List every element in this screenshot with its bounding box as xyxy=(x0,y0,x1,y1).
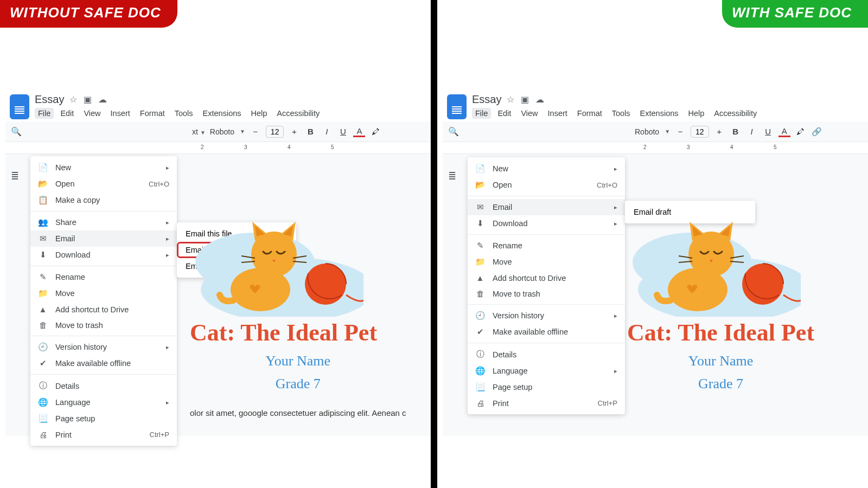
file-menu-details[interactable]: ⓘDetails xyxy=(30,377,177,394)
file-menu-share[interactable]: 👥Share▸ xyxy=(30,214,177,230)
font-family-selector[interactable]: Roboto xyxy=(210,127,234,136)
file-menu-rename[interactable]: ✎Rename xyxy=(468,237,625,254)
text-color-button[interactable]: A xyxy=(778,126,790,137)
menu-tools[interactable]: Tools xyxy=(609,108,634,119)
italic-button[interactable]: I xyxy=(746,127,758,136)
file-menu-print[interactable]: 🖨PrintCtrl+P xyxy=(468,395,625,411)
document-canvas: ≣ 📄New▸📂OpenCtrl+O✉Email▸⬇Download▸✎Rena… xyxy=(443,154,868,436)
file-menu-new[interactable]: 📄New▸ xyxy=(468,160,625,177)
highlight-button[interactable]: 🖍 xyxy=(369,127,381,136)
menu-item-label: Move to trash xyxy=(493,290,617,298)
search-icon[interactable]: 🔍 xyxy=(11,126,22,137)
file-menu-email[interactable]: ✉Email▸ xyxy=(30,230,177,247)
file-menu-print[interactable]: 🖨PrintCtrl+P xyxy=(30,427,177,442)
menu-insert[interactable]: Insert xyxy=(107,108,133,119)
menu-insert[interactable]: Insert xyxy=(545,108,571,119)
menu-item-label: Download xyxy=(493,219,607,228)
outline-toggle-icon[interactable]: ≣ xyxy=(448,170,456,182)
text-color-button[interactable]: A xyxy=(353,126,365,137)
search-icon[interactable]: 🔍 xyxy=(448,126,459,137)
file-menu-language[interactable]: 🌐Language▸ xyxy=(468,363,625,379)
menu-shortcut: Ctrl+O xyxy=(149,180,169,188)
file-menu-download[interactable]: ⬇Download▸ xyxy=(468,215,625,232)
file-menu-move-to-trash[interactable]: 🗑Move to trash xyxy=(30,317,177,333)
bold-button[interactable]: B xyxy=(304,127,316,136)
document-title[interactable]: Essay xyxy=(35,93,64,106)
file-menu-version-history[interactable]: 🕘Version history▸ xyxy=(30,339,177,355)
docs-logo-icon[interactable] xyxy=(447,94,467,119)
file-menu-move[interactable]: 📁Move xyxy=(468,254,625,270)
menu-extensions[interactable]: Extensions xyxy=(637,108,682,119)
menu-accessibility[interactable]: Accessibility xyxy=(711,108,760,119)
document-body-fragment: olor sit amet, gooogle consectetuer adip… xyxy=(190,408,406,418)
menu-format[interactable]: Format xyxy=(574,108,605,119)
menu-item-label: Open xyxy=(493,181,589,189)
menu-view[interactable]: View xyxy=(80,108,104,119)
menu-item-label: Open xyxy=(55,179,141,188)
file-menu-new[interactable]: 📄New▸ xyxy=(30,159,177,176)
menu-extensions[interactable]: Extensions xyxy=(200,108,245,119)
menu-format[interactable]: Format xyxy=(137,108,168,119)
paragraph-style-selector[interactable]: xt▼ xyxy=(192,127,206,136)
menu-item-label: Language xyxy=(493,367,607,375)
underline-button[interactable]: U xyxy=(762,127,774,136)
outline-toggle-icon[interactable]: ≣ xyxy=(11,170,19,182)
highlight-button[interactable]: 🖍 xyxy=(795,127,807,136)
font-size-input[interactable]: 12 xyxy=(691,126,709,138)
file-menu-details[interactable]: ⓘDetails xyxy=(468,346,625,363)
file-menu-page-setup[interactable]: 📃Page setup xyxy=(30,410,177,427)
increase-font-size-button[interactable]: + xyxy=(288,127,300,136)
menu-item-label: Make available offline xyxy=(493,328,617,336)
move-to-trash-icon: 🗑 xyxy=(38,320,48,330)
badge-without-safe-doc: WITHOUT SAFE DOC xyxy=(0,0,177,28)
star-icon[interactable]: ☆ xyxy=(69,94,77,105)
file-menu-move[interactable]: 📁Move xyxy=(30,285,177,301)
star-icon[interactable]: ☆ xyxy=(507,94,514,105)
file-menu-open[interactable]: 📂OpenCtrl+O xyxy=(468,177,625,193)
menu-edit[interactable]: Edit xyxy=(494,108,514,119)
email-icon: ✉ xyxy=(38,234,48,243)
underline-button[interactable]: U xyxy=(337,127,349,136)
italic-button[interactable]: I xyxy=(321,127,333,136)
font-family-selector[interactable]: Roboto xyxy=(635,127,659,136)
cloud-status-icon: ☁ xyxy=(98,94,107,105)
file-menu-page-setup[interactable]: 📃Page setup xyxy=(468,379,625,395)
menu-separator xyxy=(468,304,625,305)
menu-view[interactable]: View xyxy=(518,108,541,119)
file-menu-rename[interactable]: ✎Rename xyxy=(30,269,177,285)
file-menu-make-available-offline[interactable]: ✔Make available offline xyxy=(30,355,177,371)
file-menu-email[interactable]: ✉Email▸ xyxy=(468,199,625,215)
right-panel: WITH SAFE DOC Essay ☆ ▣ ☁ FileEditViewIn… xyxy=(437,0,868,488)
font-size-input[interactable]: 12 xyxy=(266,126,284,138)
decrease-font-size-button[interactable]: − xyxy=(674,127,686,136)
page-setup-icon: 📃 xyxy=(38,414,48,423)
decrease-font-size-button[interactable]: − xyxy=(250,127,261,136)
file-menu-make-available-offline[interactable]: ✔Make available offline xyxy=(468,324,625,340)
move-folder-icon[interactable]: ▣ xyxy=(521,94,529,105)
file-menu-version-history[interactable]: 🕘Version history▸ xyxy=(468,307,625,324)
menu-help[interactable]: Help xyxy=(685,108,708,119)
file-menu-add-shortcut-to-drive[interactable]: ▲Add shortcut to Drive xyxy=(468,270,625,286)
docs-logo-icon[interactable] xyxy=(10,94,29,119)
menu-help[interactable]: Help xyxy=(248,108,271,119)
bold-button[interactable]: B xyxy=(730,127,742,136)
move-folder-icon[interactable]: ▣ xyxy=(84,94,92,105)
menu-accessibility[interactable]: Accessibility xyxy=(273,108,323,119)
menu-item-label: Move xyxy=(55,289,169,298)
menu-file[interactable]: File xyxy=(472,108,491,119)
file-menu-download[interactable]: ⬇Download▸ xyxy=(30,247,177,263)
file-menu-move-to-trash[interactable]: 🗑Move to trash xyxy=(468,286,625,301)
menu-edit[interactable]: Edit xyxy=(57,108,77,119)
file-menu-open[interactable]: 📂OpenCtrl+O xyxy=(30,176,177,192)
file-menu-add-shortcut-to-drive[interactable]: ▲Add shortcut to Drive xyxy=(30,301,177,317)
increase-font-size-button[interactable]: + xyxy=(713,127,725,136)
menu-file[interactable]: File xyxy=(35,108,54,119)
page-setup-icon: 📃 xyxy=(475,382,485,392)
menu-tools[interactable]: Tools xyxy=(171,108,196,119)
menu-shortcut: Ctrl+P xyxy=(598,399,617,407)
insert-link-button[interactable]: 🔗 xyxy=(811,127,823,137)
document-title[interactable]: Essay xyxy=(472,93,501,106)
file-menu-language[interactable]: 🌐Language▸ xyxy=(30,394,177,410)
submenu-arrow-icon: ▸ xyxy=(614,165,617,172)
file-menu-make-a-copy[interactable]: 📋Make a copy xyxy=(30,192,177,208)
